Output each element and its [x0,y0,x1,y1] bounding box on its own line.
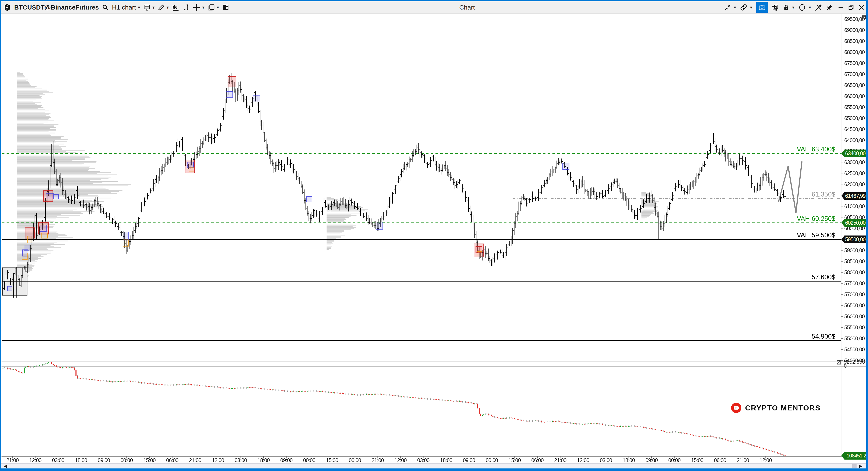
time-axis-label: 21:00 [6,457,19,463]
time-axis-label: 12:00 [212,457,224,463]
level-label: VAH 60.250$ [797,215,835,223]
time-axis-label: 09:00 [280,457,293,463]
scroll-right-arrow-icon[interactable]: ▶ [859,464,862,468]
price-tag: 59500,00 [841,236,867,243]
time-axis-label: 15:00 [508,457,521,463]
time-axis-label: 06:00 [349,457,361,463]
time-axis-label: 00:00 [669,457,681,463]
panel-collapse-checkbox[interactable] [836,360,841,366]
price-axis-label: 54500,00 [844,346,865,352]
price-axis-label: 58500,00 [844,258,865,264]
price-tag: 63400,00 [841,149,867,157]
price-axis-label: 64000,00 [844,137,865,143]
time-axis-label: 21:00 [737,457,749,463]
time-axis-label: 03:00 [235,457,247,463]
time-axis-label: 12:00 [577,457,589,463]
level-label: 54.900$ [812,333,835,340]
time-axis-label: 06:00 [531,457,544,463]
time-axis-label: 12:00 [760,457,772,463]
volume-axis-label: 5252.358 [844,359,865,365]
price-axis-label: 61000,00 [844,203,865,209]
time-axis-label: 21:00 [554,457,566,463]
time-axis-label: 15:00 [326,457,338,463]
price-tag: 61467,99 [841,192,867,200]
time-axis-label: 09:00 [98,457,110,463]
level-label: 61.350$ [812,191,835,198]
time-axis-label: 06:00 [166,457,179,463]
time-axis-label: 18:00 [440,457,453,463]
price-axis-label: 56000,00 [844,313,865,319]
price-axis-label: 55500,00 [844,325,865,331]
volume-axis-label: 0 [844,363,846,369]
price-axis-label: 67000,00 [844,71,865,77]
price-tag: 60250,00 [841,219,867,227]
time-axis-label: 00:00 [303,457,315,463]
scroll-left-arrow-icon[interactable]: ◀ [4,464,7,468]
time-axis-label: 21:00 [371,457,384,463]
price-axis-label: 66000,00 [844,93,865,99]
price-axis-label: 56500,00 [844,302,865,308]
price-axis-label: 63000,00 [844,159,865,165]
time-axis-label: 03:00 [600,457,612,463]
price-axis-label: 62500,00 [844,170,865,176]
time-axis-label: 18:00 [257,457,270,463]
time-axis-label: 21:00 [189,457,201,463]
watermark-text: CRYPTO MENTORS [745,404,820,412]
price-axis-label: 66500,00 [844,82,865,88]
price-axis-label: 59000,00 [844,247,865,253]
chart-canvas[interactable] [1,1,868,471]
time-axis-label: 00:00 [486,457,498,463]
time-axis-label: 12:00 [394,457,407,463]
level-label: VAH 59.500$ [797,232,835,239]
time-axis-label: 09:00 [646,457,658,463]
time-axis-label: 03:00 [52,457,64,463]
watermark: CRYPTO MENTORS [731,403,820,413]
price-tag: -108451,23 [841,452,868,460]
time-axis-label: 03:00 [417,457,430,463]
price-axis-label: 65500,00 [844,104,865,110]
time-axis-label: 15:00 [691,457,703,463]
price-axis-label: 57000,00 [844,291,865,297]
price-axis-label: 68500,00 [844,38,865,44]
price-axis-label: 55000,00 [844,335,865,342]
level-label: 57.600$ [812,273,835,281]
time-axis-label: 18:00 [623,457,635,463]
time-axis-label: 18:00 [75,457,87,463]
chart-window: BTCUSDT@BinanceFutures H1 chart ▾ ▾ ▾ [0,0,868,471]
price-axis-label: 67500,00 [844,60,865,66]
price-axis-label: 65000,00 [844,115,865,121]
youtube-icon [731,403,741,413]
level-label: VAH 63.400$ [797,145,835,153]
price-axis-label: 69000,00 [844,27,865,33]
time-axis-label: 15:00 [143,457,156,463]
horizontal-scrollbar[interactable]: ◀ ▶ [1,463,866,469]
time-axis-label: 06:00 [714,457,726,463]
price-axis-label: 57500,00 [844,280,865,286]
price-axis-label: 58000,00 [844,269,865,275]
time-axis-label: 12:00 [29,457,41,463]
price-axis-label: 64500,00 [844,126,865,132]
scrollbar-thumb[interactable] [852,464,857,468]
axis-settings-icon[interactable] [862,15,866,20]
price-axis-label: 62000,00 [844,181,865,187]
time-axis-label: 00:00 [121,457,133,463]
price-axis-label: 68000,00 [844,49,865,55]
time-axis-label: 09:00 [463,457,475,463]
